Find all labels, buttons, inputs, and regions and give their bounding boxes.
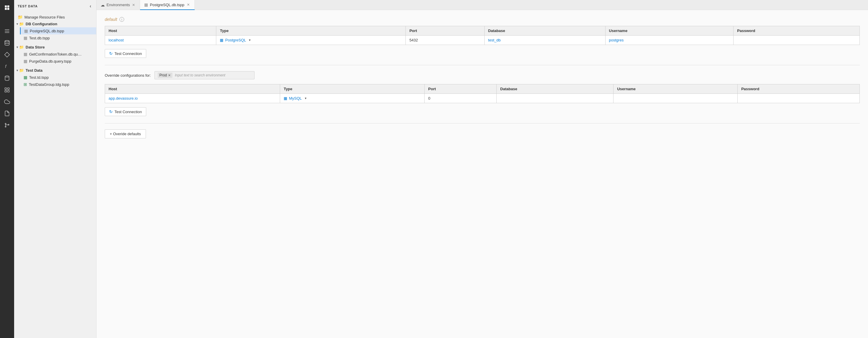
folder-test-data-icon: 📁 — [19, 68, 24, 73]
svg-rect-14 — [5, 91, 7, 92]
tab-environments-label: Environments — [106, 3, 130, 7]
add-override-btn[interactable]: + Overide defaults — [105, 129, 146, 138]
col-port-2: Port — [425, 84, 497, 94]
data-store-children: ▦ GetConfirmationToken.db.qu… ▦ PurgeDat… — [14, 50, 96, 65]
sidebar-item-purge-data[interactable]: ▦ PurgeData.db.query.tspp — [20, 58, 96, 65]
col-host-2: Host — [105, 84, 280, 94]
sidebar-title: TEST DATA — [18, 4, 38, 8]
cell-type-2[interactable]: ▦ MySQL ▾ — [280, 94, 425, 103]
activity-icon-function[interactable]: f — [2, 61, 12, 72]
env-tag-label: Prod — [159, 73, 167, 77]
cell-host-2[interactable]: app.devassure.io — [105, 94, 280, 103]
type-chevron-2[interactable]: ▾ — [305, 96, 307, 100]
cell-database-2[interactable] — [497, 94, 614, 103]
col-host-1: Host — [105, 26, 216, 36]
svg-point-11 — [5, 76, 9, 77]
data-store-label: Data Store — [26, 45, 45, 49]
testdata-group-label: TestDataGroup.tdg.tspp — [29, 82, 69, 87]
env-tag-remove[interactable]: ✕ — [168, 73, 170, 77]
db-file-icon-1: ▦ — [24, 29, 28, 33]
activity-icon-list[interactable] — [2, 26, 12, 36]
type-label-1: PostgreSQL — [225, 38, 246, 42]
section-divider — [105, 65, 860, 65]
info-icon[interactable]: i — [120, 17, 124, 22]
activity-icon-doc[interactable] — [2, 108, 12, 119]
sidebar-item-test-db[interactable]: ▦ Test.db.tspp — [20, 34, 96, 41]
tab-environments[interactable]: ☁ Environments ✕ — [96, 0, 140, 10]
sidebar-header: TEST DATA ‹ — [14, 0, 96, 12]
section-divider-2 — [105, 123, 860, 124]
td-file-icon: ▦ — [24, 75, 27, 80]
db-file-icon-2: ▦ — [24, 36, 27, 40]
svg-rect-1 — [7, 6, 9, 8]
tab-cloud-icon: ☁ — [101, 3, 105, 7]
get-confirmation-label: GetConfirmationToken.db.qu… — [29, 52, 82, 57]
sidebar-item-postgresql-db[interactable]: ▦ PostgreSQL.db.tspp — [20, 27, 96, 34]
cell-port-2[interactable]: 0 — [425, 94, 497, 103]
override-search-box[interactable]: Prod ✕ Input text to search environment — [154, 71, 254, 79]
activity-icon-cylinder[interactable] — [2, 73, 12, 83]
postgresql-db-label: PostgreSQL.db.tspp — [30, 29, 64, 33]
default-env-label: default i — [105, 17, 860, 22]
collapse-icon[interactable]: ‹ — [89, 3, 93, 9]
cell-password-1[interactable] — [734, 36, 860, 45]
type-chevron-1[interactable]: ▾ — [249, 38, 251, 42]
table-row: localhost ▦ PostgreSQL ▾ 5432 test_db po… — [105, 36, 860, 45]
override-label: Override configurations for: — [105, 73, 151, 77]
cell-username-2[interactable] — [614, 94, 738, 103]
tab-postgresql-close[interactable]: ✕ — [186, 3, 190, 7]
cell-database-1[interactable]: test_db — [484, 36, 605, 45]
env-tag-prod: Prod ✕ — [158, 73, 173, 78]
activity-icon-diamond[interactable] — [2, 49, 12, 60]
svg-rect-15 — [8, 91, 9, 92]
sidebar-section-data-store[interactable]: ▾ 📁 Data Store — [14, 44, 96, 50]
db-table-icon-1: ▦ — [220, 38, 223, 42]
cell-host-1[interactable]: localhost — [105, 36, 216, 45]
sidebar-section-db-config[interactable]: ▾ 📁 DB Configuration — [14, 21, 96, 27]
test-connection-btn-2[interactable]: ↻ Test Connection — [105, 107, 146, 116]
tdg-file-icon: ⊞ — [24, 82, 27, 87]
cell-type-1[interactable]: ▦ PostgreSQL ▾ — [216, 36, 406, 45]
svg-marker-9 — [5, 52, 10, 57]
svg-point-8 — [5, 40, 9, 42]
activity-icon-explorer[interactable] — [2, 2, 12, 13]
activity-icon-asterisk[interactable] — [2, 14, 12, 25]
purge-data-label: PurgeData.db.query.tspp — [29, 59, 71, 64]
chevron-data-store: ▾ — [17, 45, 18, 49]
test-conn-label-1: Test Connection — [115, 52, 142, 56]
sidebar-item-get-confirmation[interactable]: ▦ GetConfirmationToken.db.qu… — [20, 50, 96, 58]
svg-rect-13 — [8, 88, 9, 90]
activity-icon-db[interactable] — [2, 38, 12, 48]
cell-password-2[interactable] — [738, 94, 860, 103]
sidebar-item-testdata-group[interactable]: ⊞ TestDataGroup.tdg.tspp — [20, 81, 96, 88]
test-data-children: ▦ Test.td.tspp ⊞ TestDataGroup.tdg.tspp — [14, 74, 96, 88]
svg-point-17 — [5, 126, 6, 127]
chevron-db-config: ▾ — [17, 22, 18, 26]
svg-rect-2 — [5, 8, 7, 10]
cell-port-1[interactable]: 5432 — [406, 36, 484, 45]
activity-icon-cloud[interactable] — [2, 96, 12, 107]
tab-postgresql-db[interactable]: ▦ PostgreSQL.db.tspp ✕ — [140, 0, 194, 10]
test-data-label: Test Data — [26, 68, 43, 73]
activity-icon-git[interactable] — [2, 120, 12, 131]
svg-rect-12 — [5, 88, 7, 90]
folder-data-store-icon: 📁 — [19, 45, 24, 49]
svg-rect-3 — [7, 8, 9, 10]
sidebar-item-test-td[interactable]: ▦ Test.td.tspp — [20, 74, 96, 81]
tab-environments-close[interactable]: ✕ — [131, 3, 136, 7]
col-username-2: Username — [614, 84, 738, 94]
override-db-table: Host Type Port Database Username Passwor… — [105, 84, 860, 103]
svg-point-16 — [5, 123, 6, 124]
sidebar-item-manage-resource[interactable]: 📁 Manage Resource Files — [14, 13, 96, 21]
sidebar-section-test-data[interactable]: ▾ 📁 Test Data — [14, 67, 96, 74]
db-file-icon-4: ▦ — [24, 59, 27, 64]
test-db-label: Test.db.tspp — [29, 36, 50, 40]
col-username-1: Username — [605, 26, 734, 36]
test-conn-label-2: Test Connection — [115, 110, 142, 114]
add-override-label: + Overide defaults — [110, 132, 141, 136]
content-area: default i Host Type Port Database Userna… — [96, 10, 868, 338]
main-area: ☁ Environments ✕ ▦ PostgreSQL.db.tspp ✕ … — [96, 0, 868, 338]
cell-username-1[interactable]: postgres — [605, 36, 734, 45]
test-connection-btn-1[interactable]: ↻ Test Connection — [105, 49, 146, 58]
activity-icon-grid2[interactable] — [2, 84, 12, 95]
